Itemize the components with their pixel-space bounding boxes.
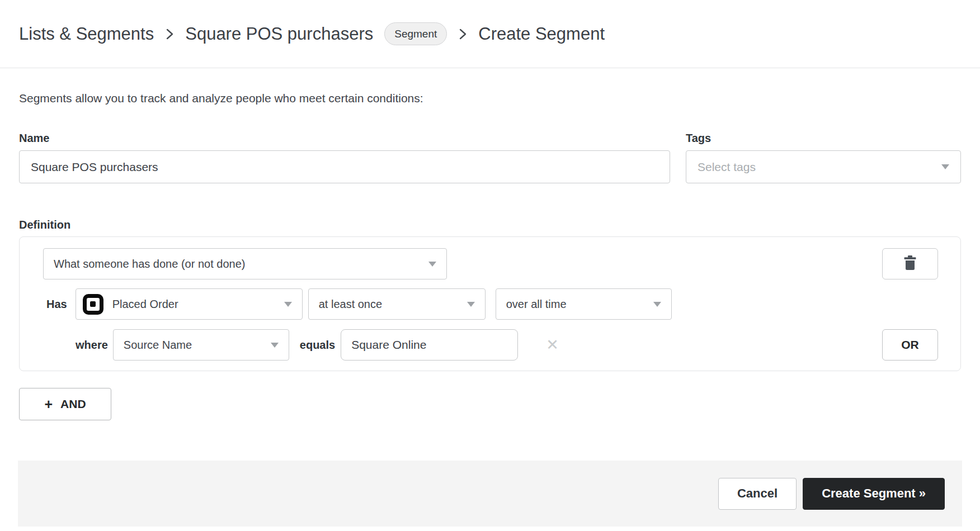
definition-label: Definition xyxy=(19,218,961,231)
metric-select[interactable]: Placed Order xyxy=(76,288,303,320)
create-segment-button[interactable]: Create Segment » xyxy=(803,478,945,510)
breadcrumb-chevron-icon xyxy=(458,26,467,42)
name-label: Name xyxy=(19,131,670,145)
chevron-down-icon xyxy=(428,262,436,267)
main-content: Segments allow you to track and analyze … xyxy=(0,92,980,420)
add-and-condition-button[interactable]: + AND xyxy=(19,388,111,420)
condition-type-select[interactable]: What someone has done (or not done) xyxy=(43,248,447,279)
timeframe-select[interactable]: over all time xyxy=(496,288,672,320)
tags-field-group: Tags Select tags xyxy=(686,131,961,183)
where-label: where xyxy=(76,339,108,352)
clear-filter-icon[interactable]: ✕ xyxy=(546,338,559,353)
and-button-label: AND xyxy=(60,397,86,411)
operator-label: equals xyxy=(300,339,335,352)
metric-select-content: Placed Order xyxy=(83,294,178,315)
breadcrumb-segment-name-link[interactable]: Square POS purchasers xyxy=(185,24,373,44)
trash-icon xyxy=(903,255,917,273)
chevron-down-icon xyxy=(941,164,949,169)
delete-condition-button[interactable] xyxy=(882,248,938,279)
cancel-button[interactable]: Cancel xyxy=(718,478,797,510)
square-logo-icon xyxy=(83,294,103,315)
breadcrumb-chevron-icon xyxy=(165,26,174,42)
condition-panel: What someone has done (or not done) Has xyxy=(19,236,961,371)
or-condition-button[interactable]: OR xyxy=(882,329,938,361)
frequency-select[interactable]: at least once xyxy=(308,288,486,320)
footer-action-bar: Cancel Create Segment » xyxy=(18,461,962,527)
chevron-down-icon xyxy=(467,302,475,307)
breadcrumb: Lists & Segments Square POS purchasers S… xyxy=(19,22,605,45)
has-label: Has xyxy=(46,298,67,311)
property-value: Source Name xyxy=(124,339,192,352)
breadcrumb-current-page: Create Segment xyxy=(478,24,605,44)
frequency-value: at least once xyxy=(319,298,382,311)
page-header: Lists & Segments Square POS purchasers S… xyxy=(0,0,980,68)
chevron-down-icon xyxy=(284,302,292,307)
segment-name-input[interactable] xyxy=(19,150,670,183)
metric-row: Has Placed Order at least once over all … xyxy=(46,288,938,320)
name-field-group: Name xyxy=(19,131,670,183)
condition-type-row: What someone has done (or not done) xyxy=(43,248,938,279)
page-intro: Segments allow you to track and analyze … xyxy=(19,92,961,105)
segment-type-badge: Segment xyxy=(384,22,447,45)
chevron-down-icon xyxy=(653,302,661,307)
plus-icon: + xyxy=(44,397,53,411)
condition-type-value: What someone has done (or not done) xyxy=(54,258,245,271)
property-select[interactable]: Source Name xyxy=(113,329,289,361)
tags-select[interactable]: Select tags xyxy=(686,150,961,183)
metric-value: Placed Order xyxy=(112,298,178,311)
tags-label: Tags xyxy=(686,131,961,145)
tags-placeholder: Select tags xyxy=(698,160,756,174)
breadcrumb-lists-segments-link[interactable]: Lists & Segments xyxy=(19,24,154,44)
filter-row: where Source Name equals ✕ OR xyxy=(43,329,938,361)
name-tags-row: Name Tags Select tags xyxy=(19,131,961,183)
timeframe-value: over all time xyxy=(506,298,567,311)
chevron-down-icon xyxy=(271,343,279,348)
filter-value-input[interactable] xyxy=(341,329,518,361)
